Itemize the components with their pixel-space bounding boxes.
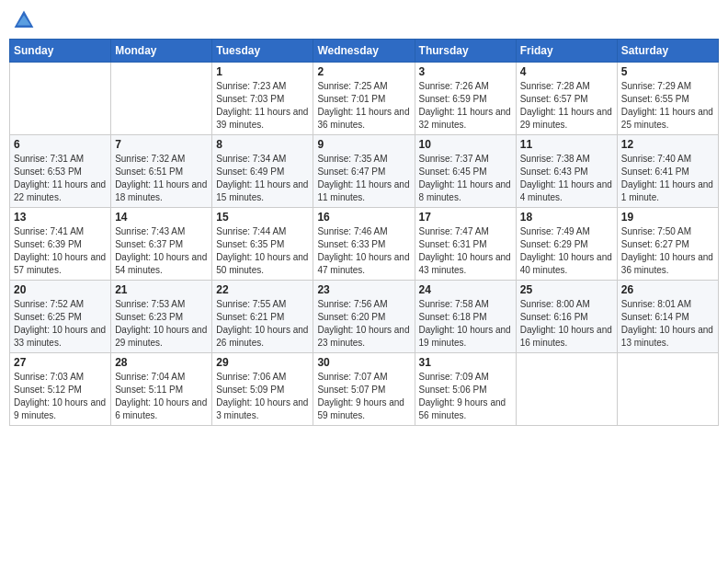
logo	[13, 9, 39, 31]
day-number: 13	[14, 211, 107, 224]
day-info: Sunrise: 7:06 AM Sunset: 5:09 PM Dayligh…	[216, 371, 309, 422]
day-number: 19	[621, 211, 714, 224]
calendar-cell: 26Sunrise: 8:01 AM Sunset: 6:14 PM Dayli…	[617, 281, 718, 353]
day-info: Sunrise: 7:53 AM Sunset: 6:23 PM Dayligh…	[115, 298, 208, 350]
day-info: Sunrise: 7:04 AM Sunset: 5:11 PM Dayligh…	[115, 371, 208, 422]
day-number: 6	[14, 138, 107, 151]
weekday-header-saturday: Saturday	[617, 40, 718, 63]
calendar-cell: 15Sunrise: 7:44 AM Sunset: 6:35 PM Dayli…	[212, 208, 313, 281]
day-info: Sunrise: 7:34 AM Sunset: 6:49 PM Dayligh…	[216, 153, 309, 204]
day-info: Sunrise: 7:35 AM Sunset: 6:47 PM Dayligh…	[317, 153, 410, 204]
calendar-cell: 20Sunrise: 7:52 AM Sunset: 6:25 PM Dayli…	[10, 281, 111, 353]
day-number: 23	[317, 283, 410, 296]
day-number: 31	[419, 356, 512, 369]
day-info: Sunrise: 7:52 AM Sunset: 6:25 PM Dayligh…	[14, 298, 107, 350]
calendar-week-1: 6Sunrise: 7:31 AM Sunset: 6:53 PM Daylig…	[10, 135, 719, 208]
weekday-header-tuesday: Tuesday	[212, 40, 313, 63]
day-number: 14	[115, 211, 208, 224]
day-info: Sunrise: 7:56 AM Sunset: 6:20 PM Dayligh…	[317, 298, 410, 350]
calendar-cell: 3Sunrise: 7:26 AM Sunset: 6:59 PM Daylig…	[415, 63, 516, 135]
day-info: Sunrise: 7:40 AM Sunset: 6:41 PM Dayligh…	[621, 153, 714, 204]
day-info: Sunrise: 7:55 AM Sunset: 6:21 PM Dayligh…	[216, 298, 309, 350]
day-info: Sunrise: 7:31 AM Sunset: 6:53 PM Dayligh…	[14, 153, 107, 204]
day-number: 1	[216, 65, 309, 78]
day-info: Sunrise: 7:58 AM Sunset: 6:18 PM Dayligh…	[419, 298, 512, 350]
calendar-cell	[516, 353, 617, 426]
logo-icon	[13, 9, 35, 31]
weekday-header-thursday: Thursday	[415, 40, 516, 63]
day-number: 11	[520, 138, 613, 151]
day-info: Sunrise: 7:38 AM Sunset: 6:43 PM Dayligh…	[520, 153, 613, 204]
day-number: 17	[419, 211, 512, 224]
weekday-header-friday: Friday	[516, 40, 617, 63]
day-info: Sunrise: 8:00 AM Sunset: 6:16 PM Dayligh…	[520, 298, 613, 350]
calendar-cell	[10, 63, 111, 135]
calendar-cell: 4Sunrise: 7:28 AM Sunset: 6:57 PM Daylig…	[516, 63, 617, 135]
day-number: 22	[216, 283, 309, 296]
day-number: 30	[317, 356, 410, 369]
calendar-cell: 21Sunrise: 7:53 AM Sunset: 6:23 PM Dayli…	[111, 281, 212, 353]
weekday-header-monday: Monday	[111, 40, 212, 63]
calendar-cell: 10Sunrise: 7:37 AM Sunset: 6:45 PM Dayli…	[415, 135, 516, 208]
day-info: Sunrise: 7:41 AM Sunset: 6:39 PM Dayligh…	[14, 225, 107, 277]
day-number: 20	[14, 283, 107, 296]
day-info: Sunrise: 7:28 AM Sunset: 6:57 PM Dayligh…	[520, 80, 613, 132]
day-number: 26	[621, 283, 714, 296]
calendar-cell: 18Sunrise: 7:49 AM Sunset: 6:29 PM Dayli…	[516, 208, 617, 281]
day-number: 2	[317, 65, 410, 78]
day-number: 8	[216, 138, 309, 151]
weekday-header-row: SundayMondayTuesdayWednesdayThursdayFrid…	[10, 40, 719, 63]
calendar-week-2: 13Sunrise: 7:41 AM Sunset: 6:39 PM Dayli…	[10, 208, 719, 281]
day-number: 18	[520, 211, 613, 224]
calendar-cell: 30Sunrise: 7:07 AM Sunset: 5:07 PM Dayli…	[313, 353, 415, 426]
calendar-cell	[111, 63, 212, 135]
weekday-header-wednesday: Wednesday	[313, 40, 415, 63]
calendar-cell: 31Sunrise: 7:09 AM Sunset: 5:06 PM Dayli…	[415, 353, 516, 426]
calendar-cell: 13Sunrise: 7:41 AM Sunset: 6:39 PM Dayli…	[10, 208, 111, 281]
calendar-table: SundayMondayTuesdayWednesdayThursdayFrid…	[9, 39, 719, 426]
calendar-cell: 11Sunrise: 7:38 AM Sunset: 6:43 PM Dayli…	[516, 135, 617, 208]
weekday-header-sunday: Sunday	[10, 40, 111, 63]
calendar-cell: 14Sunrise: 7:43 AM Sunset: 6:37 PM Dayli…	[111, 208, 212, 281]
calendar-cell: 12Sunrise: 7:40 AM Sunset: 6:41 PM Dayli…	[617, 135, 718, 208]
calendar-cell: 27Sunrise: 7:03 AM Sunset: 5:12 PM Dayli…	[10, 353, 111, 426]
calendar-cell: 5Sunrise: 7:29 AM Sunset: 6:55 PM Daylig…	[617, 63, 718, 135]
day-number: 3	[419, 65, 512, 78]
day-number: 28	[115, 356, 208, 369]
calendar-cell: 8Sunrise: 7:34 AM Sunset: 6:49 PM Daylig…	[212, 135, 313, 208]
calendar-week-4: 27Sunrise: 7:03 AM Sunset: 5:12 PM Dayli…	[10, 353, 719, 426]
day-number: 25	[520, 283, 613, 296]
calendar-cell: 9Sunrise: 7:35 AM Sunset: 6:47 PM Daylig…	[313, 135, 415, 208]
day-number: 27	[14, 356, 107, 369]
day-number: 12	[621, 138, 714, 151]
day-info: Sunrise: 7:23 AM Sunset: 7:03 PM Dayligh…	[216, 80, 309, 132]
day-info: Sunrise: 7:07 AM Sunset: 5:07 PM Dayligh…	[317, 371, 410, 422]
day-number: 5	[621, 65, 714, 78]
calendar-cell: 29Sunrise: 7:06 AM Sunset: 5:09 PM Dayli…	[212, 353, 313, 426]
day-number: 4	[520, 65, 613, 78]
day-info: Sunrise: 7:29 AM Sunset: 6:55 PM Dayligh…	[621, 80, 714, 132]
calendar-cell: 1Sunrise: 7:23 AM Sunset: 7:03 PM Daylig…	[212, 63, 313, 135]
day-info: Sunrise: 7:49 AM Sunset: 6:29 PM Dayligh…	[520, 225, 613, 277]
page-header	[9, 9, 719, 31]
day-info: Sunrise: 7:50 AM Sunset: 6:27 PM Dayligh…	[621, 225, 714, 277]
day-info: Sunrise: 7:47 AM Sunset: 6:31 PM Dayligh…	[419, 225, 512, 277]
day-info: Sunrise: 7:03 AM Sunset: 5:12 PM Dayligh…	[14, 371, 107, 422]
day-info: Sunrise: 7:46 AM Sunset: 6:33 PM Dayligh…	[317, 225, 410, 277]
day-info: Sunrise: 7:25 AM Sunset: 7:01 PM Dayligh…	[317, 80, 410, 132]
calendar-cell: 23Sunrise: 7:56 AM Sunset: 6:20 PM Dayli…	[313, 281, 415, 353]
day-number: 29	[216, 356, 309, 369]
day-number: 9	[317, 138, 410, 151]
day-info: Sunrise: 7:43 AM Sunset: 6:37 PM Dayligh…	[115, 225, 208, 277]
day-number: 24	[419, 283, 512, 296]
day-info: Sunrise: 7:37 AM Sunset: 6:45 PM Dayligh…	[419, 153, 512, 204]
calendar-cell: 22Sunrise: 7:55 AM Sunset: 6:21 PM Dayli…	[212, 281, 313, 353]
calendar-cell: 2Sunrise: 7:25 AM Sunset: 7:01 PM Daylig…	[313, 63, 415, 135]
day-number: 16	[317, 211, 410, 224]
calendar-cell: 19Sunrise: 7:50 AM Sunset: 6:27 PM Dayli…	[617, 208, 718, 281]
day-number: 10	[419, 138, 512, 151]
day-info: Sunrise: 7:09 AM Sunset: 5:06 PM Dayligh…	[419, 371, 512, 422]
calendar-week-0: 1Sunrise: 7:23 AM Sunset: 7:03 PM Daylig…	[10, 63, 719, 135]
calendar-cell: 6Sunrise: 7:31 AM Sunset: 6:53 PM Daylig…	[10, 135, 111, 208]
calendar-cell	[617, 353, 718, 426]
